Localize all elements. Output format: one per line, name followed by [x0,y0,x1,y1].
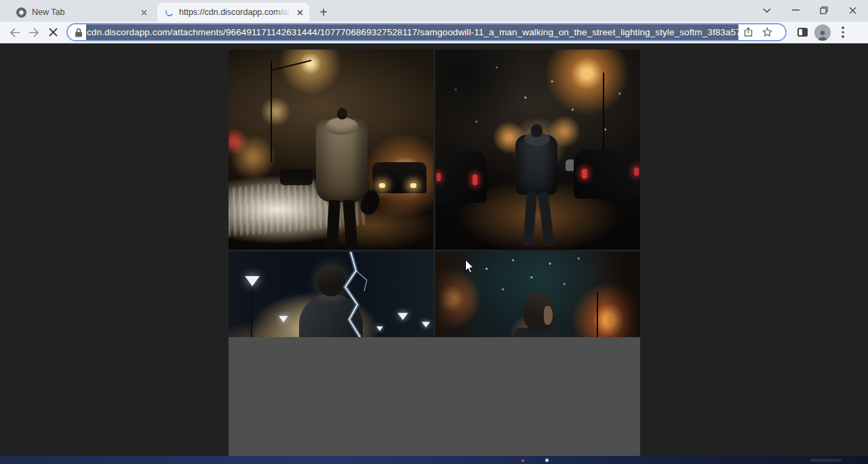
taskbar-clock-area [810,459,842,462]
bookmark-star-icon[interactable] [757,24,776,41]
tab-title-fade [274,7,290,17]
street-lamp [279,316,288,322]
tab-title: New Tab [32,7,134,17]
tab-new-tab[interactable]: New Tab [7,3,155,22]
man-leg [523,192,537,247]
street-lamp [422,322,430,327]
image-loading-placeholder [229,337,640,456]
taskbar[interactable] [0,456,868,464]
image-snowy-street-man [435,50,640,250]
image-rainy-street-man [229,50,433,250]
browser-window: New Tab https://cdn.discordapp.com/atta … [0,0,868,464]
forward-icon[interactable] [24,23,43,42]
building-silhouette [435,252,473,337]
profile-avatar[interactable] [812,23,833,42]
parked-car-right [574,150,640,199]
tab-close-icon[interactable] [294,7,305,18]
man-leg [538,191,555,246]
midjourney-image-grid[interactable] [229,50,640,456]
address-bar[interactable]: cdn.discordapp.com/attachments/966491171… [66,23,787,41]
image-bald-man-lightning [229,252,433,337]
lamp-pole [271,60,272,162]
padlock-icon[interactable] [68,28,86,37]
loading-spinner-icon [165,7,174,17]
toolbar-right-icons [792,23,853,42]
building-silhouette [605,252,640,337]
chromium-favicon-icon [16,7,26,18]
close-window-button[interactable] [838,0,867,20]
lightning-bolt [330,252,384,337]
car-silhouette [280,169,313,185]
tree-silhouette [435,50,524,136]
parked-car-left [435,151,487,203]
taskbar-app-icon [545,459,549,462]
image-man-profile-night [435,252,640,337]
page-content [0,43,868,456]
restore-button[interactable] [810,0,838,20]
street-lamp [397,313,408,320]
window-controls [753,0,867,20]
new-tab-button[interactable]: + [315,3,332,21]
lamp-pole [597,292,598,337]
car-headlights [372,162,427,193]
man-head [337,108,347,119]
url-input[interactable]: cdn.discordapp.com/attachments/966491171… [86,24,738,40]
man-face-highlight [544,306,553,325]
back-icon[interactable] [5,23,24,42]
street-lamp [245,276,260,286]
stop-loading-icon[interactable] [43,23,62,42]
side-panel-icon[interactable] [792,23,812,42]
tab-close-icon[interactable] [138,7,149,18]
man-head [531,124,542,137]
man-leg [326,200,340,250]
lamp-pole [251,286,252,337]
tab-discord-cdn[interactable]: https://cdn.discordapp.com/atta [157,3,309,22]
tab-strip: New Tab https://cdn.discordapp.com/atta … [0,0,868,22]
taskbar-notification-icon [521,459,524,462]
tab-title: https://cdn.discordapp.com/atta [179,7,290,17]
chevron-down-icon[interactable] [753,0,781,20]
man-hood [326,117,358,135]
share-icon[interactable] [738,24,757,41]
minimize-button[interactable] [781,0,810,20]
menu-kebab-icon[interactable] [833,23,853,42]
lamp-arm [271,60,312,71]
navigation-toolbar: cdn.discordapp.com/attachments/966491171… [0,22,868,43]
